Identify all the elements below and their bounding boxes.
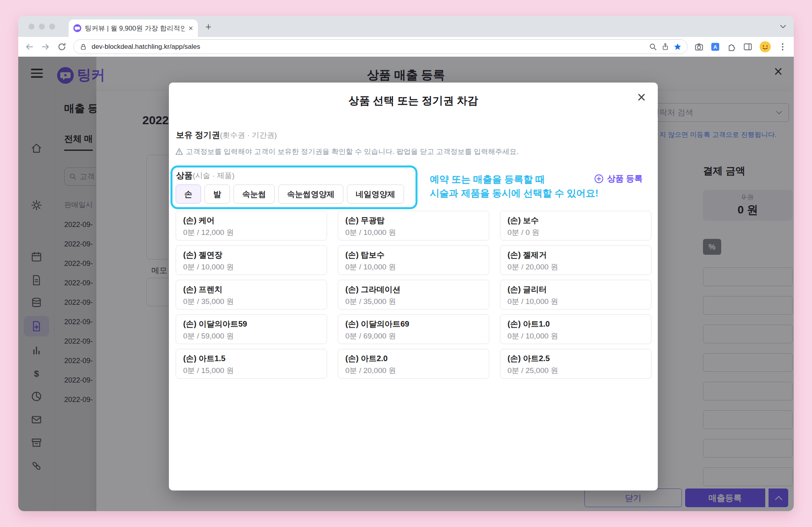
product-card[interactable]: (손) 젤제거 0분 / 20,000 원 [500, 245, 651, 275]
product-name: (손) 젤연장 [183, 250, 320, 260]
camera-icon[interactable] [694, 42, 704, 52]
product-card[interactable]: (손) 탑보수 0분 / 10,000 원 [338, 245, 489, 275]
share-icon[interactable] [661, 43, 669, 51]
url-text: dev-blockdeal.hatchling.kr/app/sales [92, 43, 645, 51]
window-close-button[interactable] [29, 23, 34, 29]
svg-text:A: A [713, 44, 717, 50]
product-name: (손) 젤제거 [508, 250, 644, 260]
product-select-popup: 상품 선택 또는 정기권 차감 × 보유 정기권(횟수권 · 기간권) 고객정보… [169, 83, 658, 490]
product-detail: 0분 / 0 원 [508, 227, 644, 238]
product-detail: 0분 / 20,000 원 [508, 262, 644, 272]
new-tab-button[interactable]: + [205, 20, 211, 33]
reload-icon[interactable] [57, 42, 67, 52]
product-card[interactable]: (손) 아트1.5 0분 / 15,000 원 [176, 349, 327, 379]
category-tab[interactable]: 손 [176, 185, 201, 204]
category-tab[interactable]: 네일영양제 [347, 185, 404, 204]
product-name: (손) 그라데이션 [345, 284, 482, 295]
page-viewport: 팅커 상품 매출 등록 × [18, 57, 794, 511]
product-card[interactable]: (손) 아트1.0 0분 / 10,000 원 [500, 314, 651, 344]
owned-pass-section-label: 보유 정기권(횟수권 · 기간권) [176, 129, 277, 140]
popup-title: 상품 선택 또는 정기권 차감 [169, 94, 658, 108]
plus-circle-icon [594, 174, 603, 183]
product-name: (손) 프렌치 [183, 284, 320, 295]
product-detail: 0분 / 10,000 원 [508, 296, 644, 307]
window-zoom-button[interactable] [49, 23, 55, 29]
customer-info-warning: 고객정보를 입력해야 고객이 보유한 정기권을 확인할 수 있습니다. 팝업을 … [175, 147, 519, 156]
product-detail: 0분 / 69,000 원 [345, 331, 482, 341]
extensions-puzzle-icon[interactable] [727, 42, 736, 52]
product-name: (손) 보수 [508, 215, 644, 226]
product-card[interactable]: (손) 무광탑 0분 / 10,000 원 [338, 211, 489, 240]
product-label: 상품 [176, 171, 193, 180]
product-card[interactable]: (손) 젤연장 0분 / 10,000 원 [176, 245, 327, 275]
bookmark-star-icon[interactable] [674, 43, 682, 51]
browser-window: 팅커뷰 | 월 9,900원 가장 합리적인 × + [18, 16, 794, 511]
product-card[interactable]: (손) 아트2.0 0분 / 20,000 원 [338, 349, 489, 379]
product-name: (손) 아트1.5 [183, 353, 320, 364]
warning-text: 고객정보를 입력해야 고객이 보유한 정기권을 확인할 수 있습니다. 팝업을 … [186, 147, 519, 156]
product-card[interactable]: (손) 케어 0분 / 12,000 원 [176, 211, 327, 240]
owned-pass-suffix: (횟수권 · 기간권) [220, 131, 277, 139]
product-name: (손) 케어 [183, 215, 320, 226]
site-favicon-icon [73, 24, 81, 32]
popup-close-icon[interactable]: × [637, 90, 646, 105]
product-suffix: (시술 · 제품) [193, 171, 235, 180]
browser-tab[interactable]: 팅커뷰 | 월 9,900원 가장 합리적인 × [69, 19, 198, 37]
product-card[interactable]: (손) 이달의아트69 0분 / 69,000 원 [338, 314, 489, 344]
product-grid: (손) 케어 0분 / 12,000 원 (손) 무광탑 0분 / 10,000… [176, 211, 651, 379]
product-detail: 0분 / 10,000 원 [345, 227, 482, 238]
category-tab-label: 손 [184, 189, 192, 200]
translate-icon[interactable]: A [710, 42, 720, 52]
category-tab-label: 속눈썹 [242, 189, 266, 200]
product-detail: 0분 / 35,000 원 [345, 296, 482, 307]
category-tab-label: 발 [213, 189, 221, 200]
warning-icon [175, 148, 183, 156]
product-detail: 0분 / 15,000 원 [183, 365, 320, 376]
owned-pass-label: 보유 정기권 [176, 130, 220, 139]
annotation-text: 예약 또는 매출을 등록할 때 시술과 제품을 동시에 선택할 수 있어요! [430, 172, 598, 200]
category-tab[interactable]: 속눈썹 [234, 185, 275, 204]
side-panel-icon[interactable] [743, 42, 753, 52]
window-minimize-button[interactable] [39, 23, 45, 29]
product-card[interactable]: (손) 보수 0분 / 0 원 [500, 211, 651, 240]
product-detail: 0분 / 25,000 원 [508, 365, 644, 376]
product-card[interactable]: (손) 그라데이션 0분 / 35,000 원 [338, 280, 489, 310]
product-card[interactable]: (손) 아트2.5 0분 / 25,000 원 [500, 349, 651, 379]
product-name: (손) 글리터 [508, 284, 644, 295]
forward-icon[interactable] [41, 42, 50, 52]
category-tab-label: 속눈썹영양제 [287, 189, 335, 200]
add-product-button[interactable]: 상품 등록 [594, 173, 643, 184]
product-section-label: 상품(시술 · 제품) [176, 170, 235, 181]
tab-close-icon[interactable]: × [188, 24, 193, 32]
product-detail: 0분 / 12,000 원 [183, 227, 320, 238]
tab-title: 팅커뷰 | 월 9,900원 가장 합리적인 [85, 24, 185, 33]
zoom-icon[interactable] [649, 43, 657, 51]
category-tab[interactable]: 발 [205, 185, 230, 204]
product-card[interactable]: (손) 글리터 0분 / 10,000 원 [500, 280, 651, 310]
product-name: (손) 아트1.0 [508, 319, 644, 329]
product-detail: 0분 / 10,000 원 [183, 262, 320, 272]
address-bar[interactable]: dev-blockdeal.hatchling.kr/app/sales [73, 39, 688, 54]
product-detail: 0분 / 59,000 원 [183, 331, 320, 341]
product-detail: 0분 / 10,000 원 [345, 262, 482, 272]
back-icon[interactable] [25, 42, 34, 52]
product-card[interactable]: (손) 프렌치 0분 / 35,000 원 [176, 280, 327, 310]
category-tab[interactable]: 속눈썹영양제 [278, 185, 343, 204]
product-card[interactable]: (손) 이달의아트59 0분 / 59,000 원 [176, 314, 327, 344]
product-name: (손) 아트2.5 [508, 353, 644, 364]
profile-avatar[interactable] [759, 41, 771, 53]
browser-menu-icon[interactable] [778, 42, 787, 52]
desktop-background: 팅커뷰 | 월 9,900원 가장 합리적인 × + [0, 0, 812, 527]
window-controls [29, 23, 55, 29]
category-tab-label: 네일영양제 [356, 189, 395, 200]
product-detail: 0분 / 20,000 원 [345, 365, 482, 376]
product-name: (손) 이달의아트69 [345, 319, 482, 329]
product-name: (손) 탑보수 [345, 250, 482, 260]
browser-tab-bar: 팅커뷰 | 월 9,900원 가장 합리적인 × + [18, 16, 794, 37]
browser-toolbar: dev-blockdeal.hatchling.kr/app/sales A [18, 37, 794, 57]
product-detail: 0분 / 35,000 원 [183, 296, 320, 307]
product-name: (손) 아트2.0 [345, 353, 482, 364]
tab-search-chevron-icon[interactable] [780, 25, 786, 28]
product-name: (손) 무광탑 [345, 215, 482, 226]
lock-icon [79, 43, 87, 51]
